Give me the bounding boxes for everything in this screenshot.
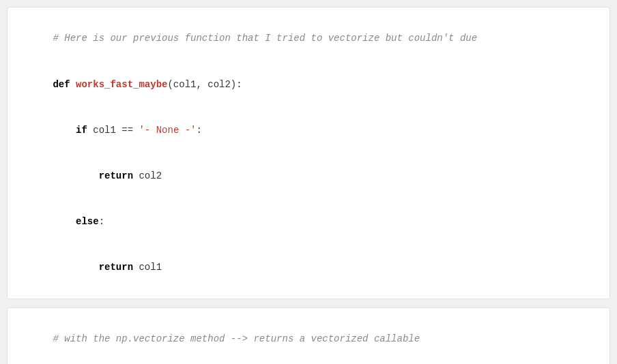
code-line: return col2 (18, 153, 599, 199)
code-cell-1: # Here is our previous function that I t… (7, 7, 610, 299)
indent (53, 262, 98, 273)
code-text: col1 (133, 262, 162, 273)
indent (53, 216, 76, 227)
notebook-container: # Here is our previous function that I t… (7, 7, 610, 364)
code-line: # Here is our previous function that I t… (18, 16, 599, 61)
keyword: return (99, 262, 133, 273)
keyword: if (76, 125, 87, 136)
indent (53, 125, 76, 136)
code-line: # with the np.vectorize method --> retur… (18, 316, 599, 362)
code-line: def works_fast_maybe(col1, col2): (18, 61, 599, 107)
keyword: def (53, 79, 76, 90)
keyword: return (99, 170, 133, 181)
comment-text: # with the np.vectorize method --> retur… (53, 333, 420, 344)
string-literal: '- None -' (139, 125, 196, 136)
keyword: else (76, 216, 99, 227)
code-line: if col1 == '- None -': (18, 107, 599, 153)
indent (53, 170, 98, 181)
code-text: : (196, 125, 201, 136)
code-cell-2: # with the np.vectorize method --> retur… (7, 307, 610, 364)
code-line: else: (18, 199, 599, 245)
code-text: col2 (133, 170, 162, 181)
function-name: works_fast_maybe (76, 79, 167, 90)
code-text: col1 == (87, 125, 139, 136)
comment-text: # Here is our previous function that I t… (53, 33, 477, 44)
code-text: : (99, 216, 104, 227)
code-line: return col1 (18, 245, 599, 290)
code-text: (col1, col2): (167, 79, 242, 90)
